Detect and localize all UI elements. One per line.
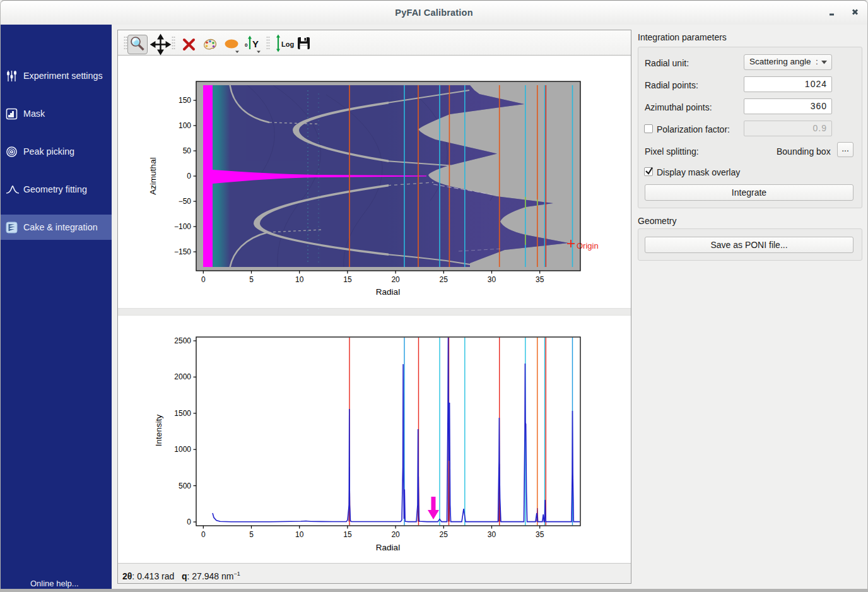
svg-text:0: 0 — [201, 275, 206, 284]
svg-text:150: 150 — [179, 96, 191, 105]
svg-text:0: 0 — [201, 530, 206, 539]
svg-text:30: 30 — [488, 275, 496, 284]
svg-text:5: 5 — [249, 275, 254, 284]
svg-text:35: 35 — [536, 530, 544, 539]
svg-text:5: 5 — [249, 530, 254, 539]
svg-text:0: 0 — [187, 518, 191, 526]
svg-text:10: 10 — [295, 530, 304, 539]
svg-text:Log: Log — [281, 40, 294, 48]
svg-text:35: 35 — [536, 275, 544, 284]
svg-text:−50: −50 — [179, 197, 192, 206]
svg-text:100: 100 — [179, 121, 191, 130]
svg-text:Y: Y — [252, 38, 259, 49]
svg-text:0: 0 — [245, 42, 248, 48]
svg-text:Origin: Origin — [577, 241, 599, 251]
svg-text:15: 15 — [343, 530, 352, 539]
svg-text:Intensity: Intensity — [154, 415, 163, 447]
svg-text:30: 30 — [488, 530, 496, 539]
svg-text:20: 20 — [391, 275, 400, 284]
svg-text:10: 10 — [295, 275, 304, 284]
svg-text:2000: 2000 — [174, 372, 191, 381]
svg-text:−150: −150 — [174, 247, 191, 256]
svg-text:25: 25 — [440, 275, 449, 284]
svg-text:Azimuthal: Azimuthal — [148, 157, 158, 194]
svg-text:1000: 1000 — [174, 445, 191, 454]
svg-text:15: 15 — [343, 275, 352, 284]
svg-text:50: 50 — [183, 146, 192, 155]
svg-text:500: 500 — [179, 482, 191, 490]
svg-text:25: 25 — [440, 530, 449, 539]
svg-text:2500: 2500 — [174, 336, 191, 345]
svg-text:1500: 1500 — [174, 409, 191, 418]
svg-text:0: 0 — [187, 172, 191, 181]
svg-text:−100: −100 — [174, 222, 191, 231]
svg-text:Radial: Radial — [376, 287, 400, 297]
svg-text:20: 20 — [391, 530, 400, 539]
svg-text:Radial: Radial — [376, 543, 400, 552]
